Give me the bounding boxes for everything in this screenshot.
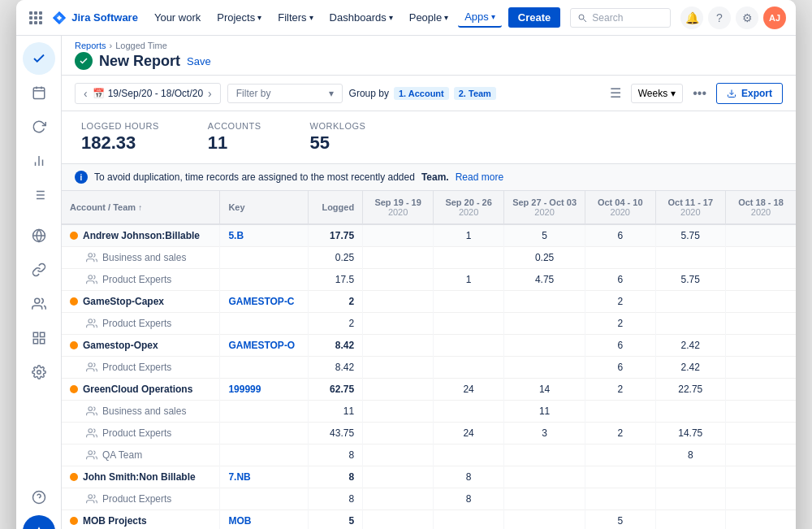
- account-w1: [363, 291, 434, 313]
- nav-people[interactable]: People▾: [403, 8, 455, 27]
- account-key-cell: GAMESTOP-O: [220, 335, 308, 357]
- group-tag-1[interactable]: 1. Account: [394, 87, 449, 100]
- sub-key-cell: [220, 423, 308, 444]
- account-key-link[interactable]: GAMESTOP-O: [228, 340, 295, 351]
- sidebar-people-icon[interactable]: [23, 288, 55, 320]
- logo[interactable]: Jira Software: [52, 11, 138, 25]
- nav-apps[interactable]: Apps▾: [458, 7, 502, 28]
- settings-icon[interactable]: ⚙: [736, 7, 758, 29]
- save-button[interactable]: Save: [187, 55, 211, 67]
- account-w4: 2: [585, 379, 656, 401]
- sidebar-grid-icon[interactable]: [23, 322, 55, 354]
- sub-w4: [585, 247, 656, 269]
- filter-by-dropdown[interactable]: Filter by ▾: [227, 84, 343, 103]
- notifications-icon[interactable]: 🔔: [680, 7, 703, 29]
- sub-w3: [504, 313, 585, 335]
- account-dot: [70, 473, 78, 481]
- sub-key-cell: [220, 357, 308, 379]
- breadcrumb-logged-time: Logged Time: [115, 41, 167, 50]
- sidebar-calendar-icon[interactable]: [23, 76, 55, 109]
- grid-icon[interactable]: [26, 7, 45, 29]
- sidebar-link-icon[interactable]: [23, 254, 55, 286]
- sub-name-cell: Product Experts: [62, 423, 220, 444]
- sidebar-list-icon[interactable]: [23, 179, 55, 211]
- table-header-row: Account / Team ↑ Key Logged Sep 19 - 192…: [62, 191, 796, 224]
- account-key-link[interactable]: 7.NB: [228, 471, 250, 483]
- sidebar-globe-icon[interactable]: [23, 219, 55, 252]
- info-text: To avoid duplication, time records are a…: [94, 171, 415, 183]
- table-row: Andrew Johnson:Billable 5.B 17.75 1 5 6 …: [62, 224, 796, 247]
- more-options-icon[interactable]: •••: [689, 83, 710, 104]
- sub-name-cell: Product Experts: [62, 313, 220, 335]
- account-w4: 5: [585, 510, 656, 530]
- export-button[interactable]: Export: [716, 83, 783, 104]
- sub-w4: [585, 401, 656, 423]
- sub-w6: [726, 357, 796, 379]
- sub-logged-cell: 2: [308, 313, 363, 335]
- account-dot: [70, 517, 78, 525]
- account-dot: [70, 385, 78, 393]
- search-placeholder: Search: [592, 12, 623, 24]
- sidebar-bottom-icon[interactable]: [23, 515, 55, 529]
- sub-w1: [363, 423, 434, 444]
- breadcrumb-reports[interactable]: Reports: [75, 41, 106, 50]
- account-w3: [504, 291, 585, 313]
- user-avatar[interactable]: AJ: [763, 7, 786, 29]
- weeks-dropdown[interactable]: Weeks ▾: [631, 84, 683, 103]
- group-tag-2[interactable]: 2. Team: [454, 87, 496, 100]
- account-key-link[interactable]: GAMESTOP-C: [228, 296, 294, 307]
- read-more-link[interactable]: Read more: [456, 171, 503, 183]
- sub-w2: [434, 357, 504, 379]
- account-key-link[interactable]: 5.B: [228, 230, 244, 241]
- sidebar-check-icon[interactable]: [23, 42, 55, 75]
- account-key-link[interactable]: MOB: [228, 515, 251, 527]
- svg-point-26: [34, 298, 39, 303]
- report-table: Account / Team ↑ Key Logged Sep 19 - 192…: [62, 191, 796, 529]
- sub-team-icon: [86, 493, 97, 505]
- nav-your-work[interactable]: Your work: [148, 8, 207, 27]
- sub-name-cell: Business and sales: [62, 401, 220, 423]
- th-key: Key: [220, 191, 308, 224]
- stat-accounts: ACCOUNTS 11: [208, 121, 261, 154]
- account-w6: [726, 379, 796, 401]
- th-account: Account / Team ↑: [62, 191, 220, 224]
- sub-w4: 6: [585, 357, 656, 379]
- svg-point-31: [37, 371, 41, 375]
- create-button[interactable]: Create: [508, 7, 560, 28]
- stat-worklogs: WORKLOGS 55: [310, 121, 366, 154]
- date-prev-button[interactable]: ‹: [82, 87, 89, 100]
- nav-projects[interactable]: Projects▾: [210, 8, 268, 27]
- account-w4: 6: [585, 224, 656, 247]
- account-w6: [726, 335, 796, 357]
- sidebar-help-icon[interactable]: [23, 481, 55, 514]
- sub-w1: [363, 269, 434, 291]
- logged-hours-label: LOGGED HOURS: [81, 121, 159, 131]
- sub-w5: 2.42: [655, 357, 726, 379]
- svg-rect-5: [39, 16, 42, 20]
- search-box[interactable]: Search: [570, 8, 671, 28]
- help-icon[interactable]: ?: [708, 7, 731, 29]
- svg-rect-11: [33, 88, 45, 99]
- svg-point-37: [89, 275, 93, 280]
- sub-w6: [726, 269, 796, 291]
- svg-point-36: [89, 254, 93, 258]
- date-next-button[interactable]: ›: [206, 87, 214, 100]
- table-view-icon[interactable]: ☰: [607, 82, 624, 104]
- account-key-link[interactable]: 199999: [228, 384, 261, 395]
- sidebar-refresh-icon[interactable]: [23, 111, 55, 143]
- sidebar-gear-icon[interactable]: [23, 356, 55, 388]
- worklogs-label: WORKLOGS: [310, 121, 366, 131]
- account-w5: [655, 510, 726, 530]
- svg-rect-7: [34, 21, 37, 24]
- nav-filters[interactable]: Filters▾: [271, 8, 319, 27]
- table-row: Gamestop-Opex GAMESTOP-O 8.42 6 2.42: [62, 335, 796, 357]
- sidebar-chart-icon[interactable]: [23, 145, 55, 177]
- account-name: Gamestop-Opex: [83, 340, 158, 351]
- account-w2: [434, 335, 504, 357]
- nav-icon-group: 🔔 ? ⚙ AJ: [680, 7, 786, 29]
- sub-w4: [585, 444, 656, 466]
- account-w4: [585, 466, 656, 488]
- sub-w2: [434, 401, 504, 423]
- nav-dashboards[interactable]: Dashboards▾: [323, 8, 400, 27]
- svg-rect-28: [40, 332, 44, 336]
